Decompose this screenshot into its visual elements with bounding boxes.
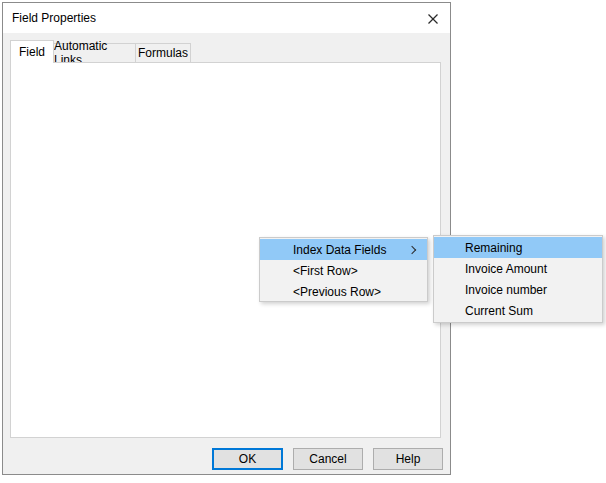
title-bar: Field Properties	[3, 3, 450, 33]
menu-item-first-row[interactable]: <First Row>	[260, 260, 427, 281]
help-button[interactable]: Help	[373, 448, 443, 470]
tab-formulas[interactable]: Formulas	[135, 43, 191, 63]
ok-button-label: OK	[239, 452, 256, 466]
submenu-item-invoice-number[interactable]: Invoice number	[434, 279, 602, 300]
menu-item-previous-row[interactable]: <Previous Row>	[260, 281, 427, 302]
cancel-button-label: Cancel	[309, 452, 346, 466]
submenu-item-current-sum[interactable]: Current Sum	[434, 300, 602, 321]
ok-button[interactable]: OK	[212, 448, 283, 470]
menu-item-index-data-fields[interactable]: Index Data Fields	[260, 239, 427, 260]
menu-item-label: Remaining	[465, 241, 522, 255]
tab-label: Field	[19, 45, 45, 59]
close-icon	[427, 13, 439, 25]
index-data-fields-submenu: Remaining Invoice Amount Invoice number …	[433, 235, 603, 323]
menu-item-label: Current Sum	[465, 304, 533, 318]
submenu-item-invoice-amount[interactable]: Invoice Amount	[434, 258, 602, 279]
tab-label: Formulas	[138, 46, 188, 60]
cancel-button[interactable]: Cancel	[293, 448, 363, 470]
submenu-arrow-icon	[408, 246, 416, 254]
menu-item-label: <Previous Row>	[293, 285, 381, 299]
close-button[interactable]	[425, 11, 441, 27]
help-button-label: Help	[396, 452, 421, 466]
tab-field[interactable]: Field	[10, 40, 54, 63]
dialog-title: Field Properties	[12, 11, 96, 25]
menu-item-label: Index Data Fields	[293, 243, 386, 257]
menu-item-label: Invoice number	[465, 283, 547, 297]
menu-item-label: Invoice Amount	[465, 262, 547, 276]
default-context-menu: Index Data Fields <First Row> <Previous …	[259, 237, 428, 302]
submenu-item-remaining[interactable]: Remaining	[434, 237, 602, 258]
menu-item-label: <First Row>	[293, 264, 358, 278]
tab-automatic-links[interactable]: Automatic Links	[53, 43, 136, 63]
